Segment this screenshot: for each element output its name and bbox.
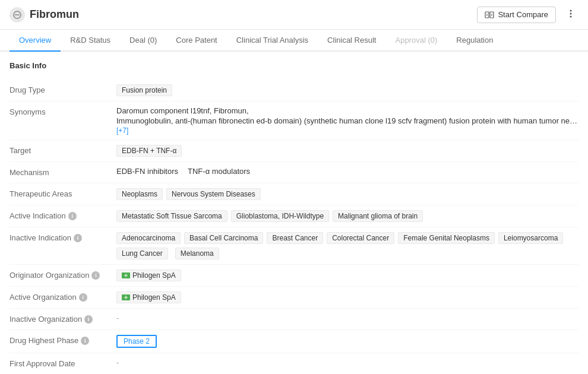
therapeutic-areas-label: Therapeutic Areas bbox=[10, 188, 116, 198]
drug-type-value: Fusion protein bbox=[116, 84, 578, 96]
mechanism-value: EDB-FN inhibitors TNF-α modulators bbox=[116, 167, 578, 176]
inactive-org-row: Inactive Organization i - bbox=[10, 309, 578, 330]
inactive-tag-breast: Breast Cancer bbox=[267, 232, 323, 244]
drug-type-tag: Fusion protein bbox=[116, 84, 172, 96]
indication-tag-sarcoma: Metastatic Soft Tissue Sarcoma bbox=[116, 210, 227, 222]
tab-deal[interactable]: Deal (0) bbox=[120, 30, 166, 52]
active-indication-label: Active Indication i bbox=[10, 210, 116, 220]
drug-highest-phase-info-icon[interactable]: i bbox=[81, 337, 89, 345]
tab-approval: Approval (0) bbox=[385, 30, 447, 52]
inactive-indication-row: Inactive Indication i Adenocarcinoma Bas… bbox=[10, 227, 578, 265]
synonyms-row: Synonyms Daromun component l19tnf, Fibro… bbox=[10, 102, 578, 140]
inactive-org-value: - bbox=[116, 313, 578, 322]
originator-org-value: Philogen SpA bbox=[116, 270, 578, 281]
org-icon bbox=[122, 272, 130, 278]
synonyms-line2: Immunoglobulin, anti-(human fibronectin … bbox=[116, 116, 580, 125]
inactive-org-info-icon[interactable]: i bbox=[84, 315, 93, 324]
drug-type-label: Drug Type bbox=[10, 84, 116, 94]
mechanism-label: Mechanism bbox=[10, 167, 116, 177]
therapeutic-tag-nervous: Nervous System Diseases bbox=[166, 188, 261, 200]
svg-point-7 bbox=[570, 13, 572, 15]
first-approval-date-row: First Approval Date - bbox=[10, 353, 578, 372]
mechanism-value2: TNF-α modulators bbox=[188, 167, 250, 176]
top-bar: Fibromun Start Compare bbox=[0, 0, 588, 30]
originator-org-row: Originator Organization i Philogen SpA bbox=[10, 265, 578, 287]
start-compare-button[interactable]: Start Compare bbox=[477, 7, 556, 23]
tab-clinical-trial[interactable]: Clinical Trial Analysis bbox=[227, 30, 318, 52]
active-org-value: Philogen SpA bbox=[116, 291, 578, 303]
therapeutic-tag-neoplasms: Neoplasms bbox=[116, 188, 163, 200]
content-area: Basic Info Drug Type Fusion protein Syno… bbox=[0, 52, 588, 372]
inactive-org-label: Inactive Organization i bbox=[10, 313, 116, 324]
inactive-tag-female-genital: Female Genital Neoplasms bbox=[398, 232, 495, 244]
options-icon bbox=[565, 8, 576, 19]
active-org-row: Active Organization i Philogen SpA bbox=[10, 287, 578, 309]
drug-icon bbox=[10, 7, 25, 23]
active-org-icon bbox=[122, 294, 130, 300]
top-actions: Start Compare bbox=[477, 6, 578, 23]
tab-rd-status[interactable]: R&D Status bbox=[61, 30, 120, 52]
inactive-tag-melanoma: Melanoma bbox=[175, 248, 219, 259]
tab-core-patent[interactable]: Core Patent bbox=[166, 30, 226, 52]
indication-tag-glioma: Malignant glioma of brain bbox=[333, 210, 423, 222]
inactive-tag-lung: Lung Cancer bbox=[116, 248, 168, 259]
originator-org-info-icon[interactable]: i bbox=[91, 271, 100, 280]
tab-clinical-result[interactable]: Clinical Result bbox=[318, 30, 385, 52]
active-org-tag: Philogen SpA bbox=[116, 291, 181, 303]
active-org-info-icon[interactable]: i bbox=[79, 293, 87, 302]
inactive-tag-adeno: Adenocarcinoma bbox=[116, 232, 181, 244]
tab-overview[interactable]: Overview bbox=[10, 30, 61, 52]
inactive-tag-basal: Basal Cell Carcinoma bbox=[184, 232, 263, 244]
synonyms-line1: Daromun component l19tnf, Fibromun, bbox=[116, 106, 249, 115]
compare-icon bbox=[485, 10, 494, 20]
active-indication-row: Active Indication i Metastatic Soft Tiss… bbox=[10, 205, 578, 227]
drug-title: Fibromun bbox=[30, 8, 79, 21]
active-indication-tags: Metastatic Soft Tissue Sarcoma Glioblast… bbox=[116, 210, 578, 222]
synonyms-value: Daromun component l19tnf, Fibromun, Immu… bbox=[116, 106, 580, 135]
drug-highest-phase-row: Drug Highest Phase i Phase 2 bbox=[10, 330, 578, 353]
inactive-indication-label: Inactive Indication i bbox=[10, 232, 116, 242]
phase-tag: Phase 2 bbox=[116, 335, 157, 348]
first-approval-date-label: First Approval Date bbox=[10, 358, 116, 368]
first-approval-date-value: - bbox=[116, 358, 578, 367]
indication-tag-glioblastoma: Glioblastoma, IDH-Wildtype bbox=[231, 210, 329, 222]
originator-org-tag: Philogen SpA bbox=[116, 270, 181, 281]
drug-highest-phase-label: Drug Highest Phase i bbox=[10, 335, 116, 345]
target-value: EDB-FN + TNF-α bbox=[116, 145, 578, 157]
svg-point-6 bbox=[570, 10, 572, 12]
tab-regulation[interactable]: Regulation bbox=[447, 30, 502, 52]
mechanism-row: Mechanism EDB-FN inhibitors TNF-α modula… bbox=[10, 162, 578, 183]
target-label: Target bbox=[10, 145, 116, 155]
synonyms-more[interactable]: [+7] bbox=[116, 126, 128, 135]
target-row: Target EDB-FN + TNF-α bbox=[10, 140, 578, 162]
basic-info-title: Basic Info bbox=[10, 61, 578, 72]
drug-highest-phase-value: Phase 2 bbox=[116, 335, 578, 348]
nav-tabs: Overview R&D Status Deal (0) Core Patent… bbox=[0, 30, 588, 52]
active-indication-info-icon[interactable]: i bbox=[68, 212, 77, 220]
inactive-tag-colorectal: Colorectal Cancer bbox=[327, 232, 394, 244]
more-options-button[interactable] bbox=[563, 6, 578, 23]
target-tag: EDB-FN + TNF-α bbox=[116, 145, 182, 157]
therapeutic-areas-tags: Neoplasms Nervous System Diseases bbox=[116, 188, 578, 200]
svg-point-8 bbox=[570, 16, 572, 18]
inactive-indication-info-icon[interactable]: i bbox=[74, 234, 82, 242]
drug-type-row: Drug Type Fusion protein bbox=[10, 80, 578, 102]
inactive-indication-tags: Adenocarcinoma Basal Cell Carcinoma Brea… bbox=[116, 232, 578, 259]
originator-org-label: Originator Organization i bbox=[10, 270, 116, 280]
active-org-label: Active Organization i bbox=[10, 291, 116, 302]
therapeutic-areas-row: Therapeutic Areas Neoplasms Nervous Syst… bbox=[10, 183, 578, 205]
synonyms-label: Synonyms bbox=[10, 106, 116, 116]
inactive-tag-leio: Leiomyosarcoma bbox=[498, 232, 563, 244]
drug-name-section: Fibromun bbox=[10, 7, 79, 23]
mechanism-value1: EDB-FN inhibitors bbox=[116, 167, 178, 176]
